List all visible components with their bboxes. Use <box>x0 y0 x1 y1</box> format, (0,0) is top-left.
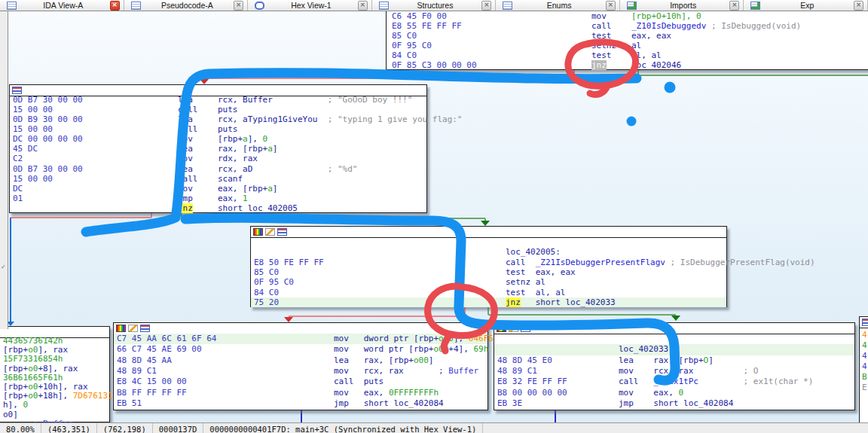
annotation-red-circle-bottom-tail <box>444 336 449 351</box>
tab-pseudocode-a[interactable]: Pseudocode-A✕ <box>124 0 249 11</box>
status-bar: 80.00% (463,351) (762,198) 0000137D 0000… <box>0 422 868 433</box>
tab-label: Structures <box>389 1 482 10</box>
exports-icon <box>750 2 760 10</box>
tab-bar: IDA View-A✕Pseudocode-A✕Hex View-1✕Struc… <box>0 0 868 11</box>
structures-icon <box>379 2 389 10</box>
annotation-blue-dot1 <box>665 82 676 93</box>
close-icon[interactable]: ✕ <box>606 1 616 11</box>
tab-label: Imports <box>637 1 730 10</box>
status-coords1: (463,351) <box>41 423 97 433</box>
annotation-blue-top-left-stroke <box>86 73 637 232</box>
annotation-blue-dot2 <box>627 117 637 127</box>
tab-imports[interactable]: Imports✕ <box>620 0 744 11</box>
close-icon[interactable]: ✕ <box>854 1 863 11</box>
annotations-overlay <box>0 0 868 433</box>
enums-icon <box>503 2 512 10</box>
tab-structures[interactable]: Structures✕ <box>372 0 497 11</box>
tab-exp[interactable]: Exp✕ <box>744 0 868 11</box>
pseudocode-icon <box>131 2 141 10</box>
hex-view-icon <box>255 2 264 10</box>
close-icon[interactable]: ✕ <box>481 1 491 11</box>
close-icon[interactable]: ✕ <box>729 1 739 11</box>
tab-label: Enums <box>512 1 606 10</box>
tab-ida-view-a[interactable]: IDA View-A✕ <box>0 0 124 11</box>
status-address: 0000000000401F7D: main+3C (Synchronized … <box>203 423 483 433</box>
tab-enums[interactable]: Enums✕ <box>496 0 620 11</box>
close-icon[interactable]: ✕ <box>234 1 243 11</box>
close-icon[interactable]: ✕ <box>358 1 368 11</box>
tab-hex-view-1[interactable]: Hex View-1✕ <box>248 0 372 11</box>
tab-label: Exp <box>760 1 854 10</box>
tab-label: IDA View-A <box>17 1 110 10</box>
tab-label: Pseudocode-A <box>141 1 234 10</box>
ida-window: IDA View-A✕Pseudocode-A✕Hex View-1✕Struc… <box>0 0 868 433</box>
status-coords2: (762,198) <box>97 423 153 433</box>
status-zoom: 80.00% <box>0 423 41 433</box>
status-offset: 0000137D <box>153 423 204 433</box>
ida-view-icon <box>7 2 17 10</box>
imports-icon <box>627 2 637 10</box>
close-icon[interactable]: ✕ <box>110 1 120 11</box>
tab-label: Hex View-1 <box>264 1 358 10</box>
